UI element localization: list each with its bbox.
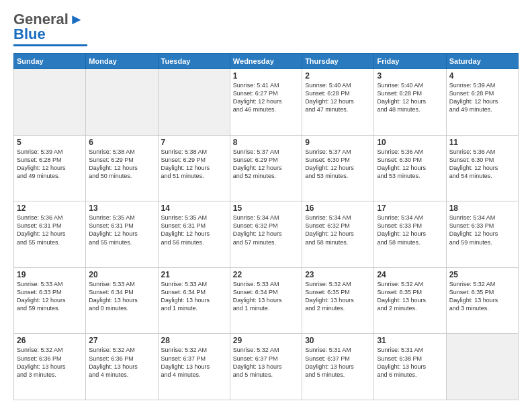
- calendar-header: SundayMondayTuesdayWednesdayThursdayFrid…: [14, 54, 519, 69]
- calendar-cell: 30Sunrise: 5:31 AM Sunset: 6:37 PM Dayli…: [302, 334, 374, 400]
- day-info: Sunrise: 5:36 AM Sunset: 6:31 PM Dayligh…: [17, 214, 83, 246]
- calendar-cell: 7Sunrise: 5:38 AM Sunset: 6:29 PM Daylig…: [158, 135, 230, 201]
- calendar-cell: 2Sunrise: 5:40 AM Sunset: 6:28 PM Daylig…: [302, 69, 374, 136]
- day-info: Sunrise: 5:38 AM Sunset: 6:29 PM Dayligh…: [89, 148, 154, 181]
- calendar-week-2: 5Sunrise: 5:39 AM Sunset: 6:28 PM Daylig…: [14, 135, 519, 201]
- calendar-cell: 5Sunrise: 5:39 AM Sunset: 6:28 PM Daylig…: [14, 135, 86, 201]
- day-info: Sunrise: 5:32 AM Sunset: 6:35 PM Dayligh…: [377, 280, 443, 313]
- calendar-cell: 19Sunrise: 5:33 AM Sunset: 6:33 PM Dayli…: [14, 267, 86, 334]
- day-number: 30: [305, 336, 371, 345]
- day-info: Sunrise: 5:32 AM Sunset: 6:36 PM Dayligh…: [89, 346, 154, 379]
- weekday-header-monday: Monday: [86, 54, 158, 69]
- calendar-cell: 17Sunrise: 5:34 AM Sunset: 6:33 PM Dayli…: [374, 201, 446, 268]
- day-info: Sunrise: 5:32 AM Sunset: 6:36 PM Dayligh…: [17, 346, 83, 379]
- day-number: 2: [305, 71, 371, 81]
- day-number: 18: [449, 203, 515, 213]
- day-info: Sunrise: 5:31 AM Sunset: 6:38 PM Dayligh…: [377, 346, 443, 379]
- page: General ► Blue SundayMondayTuesdayWednes…: [0, 0, 532, 411]
- day-info: Sunrise: 5:34 AM Sunset: 6:32 PM Dayligh…: [233, 214, 299, 246]
- day-number: 7: [161, 138, 227, 147]
- weekday-header-tuesday: Tuesday: [158, 54, 230, 69]
- day-info: Sunrise: 5:36 AM Sunset: 6:30 PM Dayligh…: [449, 148, 515, 181]
- day-info: Sunrise: 5:37 AM Sunset: 6:30 PM Dayligh…: [305, 148, 371, 181]
- day-info: Sunrise: 5:35 AM Sunset: 6:31 PM Dayligh…: [161, 214, 227, 246]
- calendar-cell: 26Sunrise: 5:32 AM Sunset: 6:36 PM Dayli…: [14, 334, 86, 400]
- calendar-cell: 11Sunrise: 5:36 AM Sunset: 6:30 PM Dayli…: [446, 135, 518, 201]
- day-number: 22: [233, 270, 299, 279]
- calendar-cell: 28Sunrise: 5:32 AM Sunset: 6:37 PM Dayli…: [158, 334, 230, 400]
- day-number: 21: [161, 270, 227, 279]
- calendar-cell: [86, 69, 158, 136]
- day-number: 6: [89, 138, 154, 147]
- weekday-header-wednesday: Wednesday: [230, 54, 302, 69]
- calendar-cell: 8Sunrise: 5:37 AM Sunset: 6:29 PM Daylig…: [230, 135, 302, 201]
- calendar-cell: 15Sunrise: 5:34 AM Sunset: 6:32 PM Dayli…: [230, 201, 302, 268]
- day-number: 9: [305, 138, 371, 147]
- weekday-header-saturday: Saturday: [446, 54, 518, 69]
- calendar-cell: 31Sunrise: 5:31 AM Sunset: 6:38 PM Dayli…: [374, 334, 446, 400]
- calendar-cell: [158, 69, 230, 136]
- calendar-week-3: 12Sunrise: 5:36 AM Sunset: 6:31 PM Dayli…: [14, 201, 519, 268]
- day-number: 4: [449, 71, 515, 81]
- day-info: Sunrise: 5:32 AM Sunset: 6:35 PM Dayligh…: [449, 280, 515, 313]
- calendar-cell: 13Sunrise: 5:35 AM Sunset: 6:31 PM Dayli…: [86, 201, 158, 268]
- day-number: 11: [449, 138, 515, 147]
- day-info: Sunrise: 5:34 AM Sunset: 6:33 PM Dayligh…: [449, 214, 515, 246]
- day-number: 29: [233, 336, 299, 345]
- calendar-cell: 6Sunrise: 5:38 AM Sunset: 6:29 PM Daylig…: [86, 135, 158, 201]
- header: General ► Blue: [13, 11, 519, 46]
- day-info: Sunrise: 5:33 AM Sunset: 6:34 PM Dayligh…: [89, 280, 154, 313]
- day-info: Sunrise: 5:32 AM Sunset: 6:37 PM Dayligh…: [161, 346, 227, 379]
- weekday-header-friday: Friday: [374, 54, 446, 69]
- day-number: 16: [305, 203, 371, 213]
- calendar-cell: 25Sunrise: 5:32 AM Sunset: 6:35 PM Dayli…: [446, 267, 518, 334]
- calendar-cell: 14Sunrise: 5:35 AM Sunset: 6:31 PM Dayli…: [158, 201, 230, 268]
- calendar-cell: [14, 69, 86, 136]
- calendar-cell: [446, 334, 518, 400]
- day-number: 3: [377, 71, 443, 81]
- day-number: 1: [233, 71, 299, 81]
- day-info: Sunrise: 5:38 AM Sunset: 6:29 PM Dayligh…: [161, 148, 227, 181]
- calendar-cell: 29Sunrise: 5:32 AM Sunset: 6:37 PM Dayli…: [230, 334, 302, 400]
- day-info: Sunrise: 5:32 AM Sunset: 6:35 PM Dayligh…: [305, 280, 371, 313]
- day-number: 5: [17, 138, 83, 147]
- calendar-week-5: 26Sunrise: 5:32 AM Sunset: 6:36 PM Dayli…: [14, 334, 519, 400]
- calendar-table: SundayMondayTuesdayWednesdayThursdayFrid…: [13, 53, 519, 400]
- day-info: Sunrise: 5:34 AM Sunset: 6:33 PM Dayligh…: [377, 214, 443, 246]
- day-number: 25: [449, 270, 515, 279]
- calendar-cell: 12Sunrise: 5:36 AM Sunset: 6:31 PM Dayli…: [14, 201, 86, 268]
- day-info: Sunrise: 5:39 AM Sunset: 6:28 PM Dayligh…: [449, 81, 515, 114]
- calendar-cell: 21Sunrise: 5:33 AM Sunset: 6:34 PM Dayli…: [158, 267, 230, 334]
- calendar-cell: 3Sunrise: 5:40 AM Sunset: 6:28 PM Daylig…: [374, 69, 446, 136]
- weekday-header-thursday: Thursday: [302, 54, 374, 69]
- day-info: Sunrise: 5:33 AM Sunset: 6:34 PM Dayligh…: [161, 280, 227, 313]
- weekday-header-row: SundayMondayTuesdayWednesdayThursdayFrid…: [14, 54, 519, 69]
- logo: General ► Blue: [13, 11, 87, 46]
- day-info: Sunrise: 5:39 AM Sunset: 6:28 PM Dayligh…: [17, 148, 83, 181]
- day-number: 23: [305, 270, 371, 279]
- day-number: 31: [377, 336, 443, 345]
- day-number: 12: [17, 203, 83, 213]
- calendar-cell: 18Sunrise: 5:34 AM Sunset: 6:33 PM Dayli…: [446, 201, 518, 268]
- day-info: Sunrise: 5:40 AM Sunset: 6:28 PM Dayligh…: [305, 81, 371, 114]
- calendar-cell: 1Sunrise: 5:41 AM Sunset: 6:27 PM Daylig…: [230, 69, 302, 136]
- day-number: 13: [89, 203, 154, 213]
- weekday-header-sunday: Sunday: [14, 54, 86, 69]
- calendar-week-1: 1Sunrise: 5:41 AM Sunset: 6:27 PM Daylig…: [14, 69, 519, 136]
- day-number: 20: [89, 270, 154, 279]
- calendar-cell: 4Sunrise: 5:39 AM Sunset: 6:28 PM Daylig…: [446, 69, 518, 136]
- day-number: 28: [161, 336, 227, 345]
- calendar-cell: 10Sunrise: 5:36 AM Sunset: 6:30 PM Dayli…: [374, 135, 446, 201]
- day-info: Sunrise: 5:33 AM Sunset: 6:34 PM Dayligh…: [233, 280, 299, 313]
- day-info: Sunrise: 5:34 AM Sunset: 6:32 PM Dayligh…: [305, 214, 371, 246]
- day-info: Sunrise: 5:35 AM Sunset: 6:31 PM Dayligh…: [89, 214, 154, 246]
- day-info: Sunrise: 5:36 AM Sunset: 6:30 PM Dayligh…: [377, 148, 443, 181]
- day-info: Sunrise: 5:40 AM Sunset: 6:28 PM Dayligh…: [377, 81, 443, 114]
- day-number: 19: [17, 270, 83, 279]
- day-number: 8: [233, 138, 299, 147]
- calendar-cell: 23Sunrise: 5:32 AM Sunset: 6:35 PM Dayli…: [302, 267, 374, 334]
- calendar-cell: 22Sunrise: 5:33 AM Sunset: 6:34 PM Dayli…: [230, 267, 302, 334]
- day-number: 10: [377, 138, 443, 147]
- calendar-cell: 20Sunrise: 5:33 AM Sunset: 6:34 PM Dayli…: [86, 267, 158, 334]
- day-number: 17: [377, 203, 443, 213]
